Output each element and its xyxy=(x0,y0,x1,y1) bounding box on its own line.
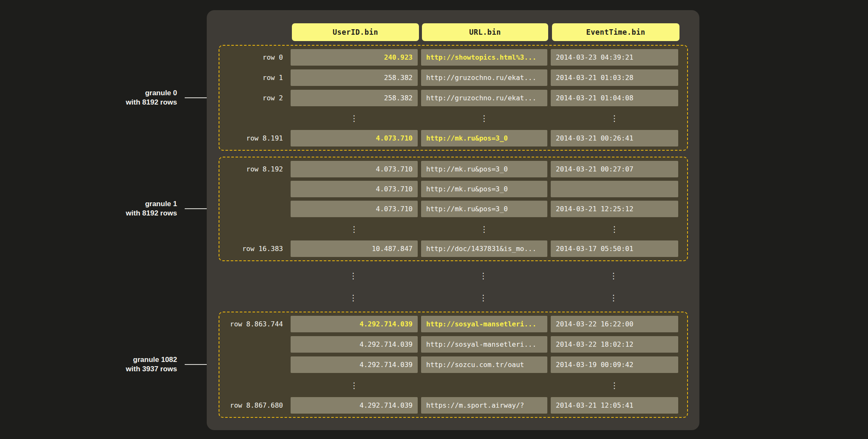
row-label: row 0 xyxy=(221,53,283,61)
ellipsis-row: ⋮ ⋮ ⋮ xyxy=(219,289,688,306)
ellipsis-row: ⋮ ⋮ ⋮ xyxy=(219,267,688,284)
granule-1-label-line1: granule 1 xyxy=(50,199,177,209)
ellipsis-icon: ⋮ xyxy=(291,221,418,237)
row-label: row 8.867.680 xyxy=(221,401,283,409)
eventtime-cell: 2014-03-21 01:03:28 xyxy=(551,69,678,86)
row-label: row 8.863.744 xyxy=(221,320,283,328)
ellipsis-icon: ⋮ xyxy=(291,110,418,126)
ellipsis-icon: ⋮ xyxy=(420,289,546,306)
eventtime-cell: 2014-03-22 18:02:12 xyxy=(551,336,678,353)
granule-1082-box: row 8.863.744 4.292.714.039 http://sosya… xyxy=(219,312,688,418)
userid-cell: 4.073.710 xyxy=(291,181,418,197)
column-header-url-bin: URL.bin xyxy=(422,23,548,41)
eventtime-cell: 2014-03-17 05:50:01 xyxy=(551,240,678,257)
url-cell: http://mk.ru&pos=3_0 xyxy=(421,201,547,217)
url-cell: http://mk.ru&pos=3_0 xyxy=(421,130,547,146)
granule-0-box: row 0 240.923 http://showtopics.html%3..… xyxy=(219,45,688,151)
row-label: row 2 xyxy=(221,94,283,102)
userid-cell: 4.292.714.039 xyxy=(291,336,418,353)
granule-0-label-line1: granule 0 xyxy=(50,88,177,98)
url-cell: http://gruzochno.ru/ekat... xyxy=(421,69,547,86)
ellipsis-icon: ⋮ xyxy=(290,289,417,306)
row-label: row 1 xyxy=(221,74,283,82)
column-header-userid-bin: UserID.bin xyxy=(292,23,419,41)
table-row: row 16.383 10.487.847 http://doc/1437831… xyxy=(219,240,687,257)
diagram-stage: granule 0 with 8192 rows granule 1 with … xyxy=(0,0,868,439)
granule-0-label: granule 0 with 8192 rows xyxy=(50,88,177,107)
table-row: 4.292.714.039 http://sozcu.com.tr/oaut 2… xyxy=(219,356,687,373)
table-row: row 8.863.744 4.292.714.039 http://sosya… xyxy=(219,316,687,332)
ellipsis-row: ⋮ ⋮ ⋮ xyxy=(219,221,687,237)
eventtime-cell: 2014-03-21 12:05:41 xyxy=(551,397,678,414)
url-cell: http://mk.ru&pos=3_0 xyxy=(421,181,547,197)
granule-0-label-line2: with 8192 rows xyxy=(50,98,177,107)
ellipsis-row: ⋮ ⋮ ⋮ xyxy=(219,110,687,126)
table-row: 4.073.710 http://mk.ru&pos=3_0 xyxy=(219,181,687,197)
row-label: row 8.191 xyxy=(221,134,283,142)
eventtime-cell: 2014-03-21 12:25:12 xyxy=(551,201,678,217)
eventtime-cell: 2014-03-19 00:09:42 xyxy=(551,356,678,373)
row-label: row 16.383 xyxy=(221,245,283,253)
ellipsis-icon: ⋮ xyxy=(420,267,546,284)
ellipsis-icon: ⋮ xyxy=(291,377,418,393)
ellipsis-icon: ⋮ xyxy=(550,267,677,284)
table-row: row 2 258.382 http://gruzochno.ru/ekat..… xyxy=(219,90,687,106)
ellipsis-icon: ⋮ xyxy=(421,110,547,126)
userid-cell: 10.487.847 xyxy=(291,240,418,257)
column-header-eventtime-bin: EventTime.bin xyxy=(552,23,679,41)
granule-1082-label-line2: with 3937 rows xyxy=(50,364,177,374)
url-cell: http://gruzochno.ru/ekat... xyxy=(421,90,547,106)
userid-cell: 258.382 xyxy=(291,90,418,106)
url-cell: http://sosyal-mansetleri... xyxy=(421,316,547,332)
table-row: 4.073.710 http://mk.ru&pos=3_0 2014-03-2… xyxy=(219,201,687,217)
granule-1-label: granule 1 with 8192 rows xyxy=(50,199,177,218)
table-row: row 8.192 4.073.710 http://mk.ru&pos=3_0… xyxy=(219,161,687,177)
url-cell: https://m.sport.airway/? xyxy=(421,397,547,414)
granule-1082-label-line1: granule 1082 xyxy=(50,355,177,364)
url-cell: http://showtopics.html%3... xyxy=(421,49,547,66)
eventtime-cell: 2014-03-21 01:04:08 xyxy=(551,90,678,106)
granule-1-label-line2: with 8192 rows xyxy=(50,209,177,218)
table-row: row 8.191 4.073.710 http://mk.ru&pos=3_0… xyxy=(219,130,687,146)
eventtime-cell xyxy=(551,181,678,197)
userid-cell: 4.073.710 xyxy=(291,201,418,217)
ellipsis-icon: ⋮ xyxy=(551,110,678,126)
eventtime-cell: 2014-03-23 04:39:21 xyxy=(551,49,678,66)
ellipsis-row: ⋮ ⋮ xyxy=(219,377,687,393)
eventtime-cell: 2014-03-21 00:26:41 xyxy=(551,130,678,146)
userid-cell: 240.923 xyxy=(291,49,418,66)
userid-cell: 4.292.714.039 xyxy=(291,397,418,414)
url-cell: http://doc/1437831&is_mo... xyxy=(421,240,547,257)
table-row: row 1 258.382 http://gruzochno.ru/ekat..… xyxy=(219,69,687,86)
eventtime-cell: 2014-03-22 16:22:00 xyxy=(551,316,678,332)
ellipsis-icon: ⋮ xyxy=(551,221,678,237)
ellipsis-icon xyxy=(421,377,547,393)
ellipsis-icon: ⋮ xyxy=(421,221,547,237)
table-row: row 8.867.680 4.292.714.039 https://m.sp… xyxy=(219,397,687,414)
eventtime-cell: 2014-03-21 00:27:07 xyxy=(551,161,678,177)
url-cell: http://sozcu.com.tr/oaut xyxy=(421,356,547,373)
ellipsis-icon: ⋮ xyxy=(550,289,677,306)
url-cell: http://mk.ru&pos=3_0 xyxy=(421,161,547,177)
granule-1082-label: granule 1082 with 3937 rows xyxy=(50,355,177,374)
userid-cell: 4.073.710 xyxy=(291,161,418,177)
userid-cell: 4.292.714.039 xyxy=(291,356,418,373)
userid-cell: 258.382 xyxy=(291,69,418,86)
ellipsis-icon: ⋮ xyxy=(551,377,678,393)
ellipsis-icon: ⋮ xyxy=(290,267,417,284)
table-row: 4.292.714.039 http://sosyal-mansetleri..… xyxy=(219,336,687,353)
userid-cell: 4.292.714.039 xyxy=(291,316,418,332)
userid-cell: 4.073.710 xyxy=(291,130,418,146)
row-label: row 8.192 xyxy=(221,165,283,173)
url-cell: http://sosyal-mansetleri... xyxy=(421,336,547,353)
table-row: row 0 240.923 http://showtopics.html%3..… xyxy=(219,49,687,66)
data-part-panel: UserID.bin URL.bin EventTime.bin row 0 2… xyxy=(207,10,699,430)
granule-1-box: row 8.192 4.073.710 http://mk.ru&pos=3_0… xyxy=(219,157,688,261)
